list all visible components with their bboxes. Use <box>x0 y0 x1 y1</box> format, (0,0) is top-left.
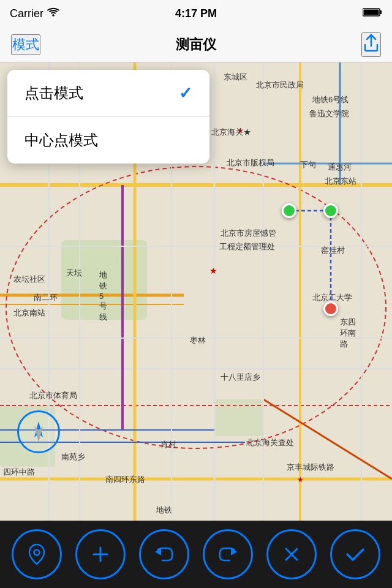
marker-green-2[interactable] <box>323 203 338 218</box>
add-button[interactable] <box>75 529 126 579</box>
svg-rect-7 <box>214 399 263 436</box>
mode-click-item[interactable]: 点击模式 ✓ <box>7 70 209 117</box>
marker-red-1[interactable] <box>323 301 338 316</box>
location-button[interactable] <box>12 529 62 579</box>
label-banquanju: 北京市版权局 <box>227 157 274 168</box>
label-metro6: 地铁6号线 <box>312 94 349 105</box>
svg-text:★: ★ <box>237 126 244 135</box>
label-beijingdong: 北京东站 <box>325 176 356 187</box>
back-button[interactable]: 模式 <box>11 34 40 55</box>
carrier-label: Carrier <box>10 7 43 20</box>
map-area[interactable]: ★ ★ ★ 东城区 北京市民政局 地铁6号线 鲁迅文学院 北京海关★ 北京市版权… <box>0 62 392 521</box>
wifi-icon <box>47 7 59 20</box>
label-nongtanshequ: 农坛社区 <box>13 274 45 285</box>
label-dingerbu: 工程定额管理处 <box>219 241 275 252</box>
label-tonghui: 通惠河 <box>328 162 352 173</box>
label-xiaocun: 肖村 <box>160 439 176 450</box>
nav-title: 测亩仪 <box>176 36 216 54</box>
label-minzheng: 北京市民政局 <box>256 80 304 91</box>
label-nanyuan: 南苑乡 <box>61 451 85 462</box>
label-fangguan: 北京市房屋憾管 <box>221 228 276 239</box>
label-yaowa: 窑洼村 <box>321 245 345 256</box>
mode-click-label: 点击模式 <box>24 83 83 103</box>
svg-rect-2 <box>380 10 382 14</box>
label-zaolin: 枣林 <box>190 335 206 346</box>
label-xia: 下句 <box>300 159 316 170</box>
status-time: 4:17 PM <box>175 7 217 20</box>
status-bar: Carrier 4:17 PM <box>0 0 392 27</box>
battery-icon <box>363 7 382 20</box>
svg-rect-3 <box>364 9 379 15</box>
mode-click-check: ✓ <box>179 84 192 103</box>
label-metro5: 地铁5号线 <box>99 270 107 323</box>
marker-green-1[interactable] <box>282 203 296 218</box>
confirm-button[interactable] <box>330 529 380 579</box>
svg-text:★: ★ <box>209 266 217 276</box>
label-sihuan: 四环中路 <box>3 467 35 478</box>
share-button[interactable] <box>361 32 381 57</box>
compass-button[interactable] <box>17 410 60 453</box>
svg-point-38 <box>34 550 40 556</box>
label-nans: 南四环东路 <box>105 474 145 485</box>
svg-rect-5 <box>61 240 147 320</box>
label-jingfeng: 京丰城际铁路 <box>287 462 334 473</box>
svg-point-0 <box>52 14 55 17</box>
label-haiguanchaochu: 北京海关查处 <box>246 437 294 448</box>
label-tiantan: 天坛 <box>66 268 82 279</box>
svg-line-25 <box>263 399 392 479</box>
dropdown-menu: 点击模式 ✓ 中心点模式 <box>7 70 209 164</box>
label-tiyuju: 北京市体育局 <box>29 390 77 401</box>
toolbar <box>0 521 392 588</box>
label-dongcheng: 东城区 <box>224 72 247 83</box>
label-shibali: 十八里店乡 <box>221 372 260 383</box>
label-naner: 南二环 <box>34 292 58 303</box>
label-haiguan-top: 北京海关★ <box>211 127 251 138</box>
label-nanzhan: 北京南站 <box>13 307 45 318</box>
label-ditie: 地铁 <box>156 505 172 516</box>
label-luxun: 鲁迅文学院 <box>309 108 349 119</box>
label-dongsinanhuan: 东四环南路 <box>340 317 356 350</box>
mode-center-item[interactable]: 中心点模式 <box>7 117 209 164</box>
redo-button[interactable] <box>203 529 253 579</box>
cancel-button[interactable] <box>266 529 317 579</box>
mode-center-label: 中心点模式 <box>24 130 98 150</box>
undo-button[interactable] <box>139 529 189 579</box>
nav-bar: 模式 测亩仪 <box>0 27 392 62</box>
svg-text:★: ★ <box>297 475 304 484</box>
